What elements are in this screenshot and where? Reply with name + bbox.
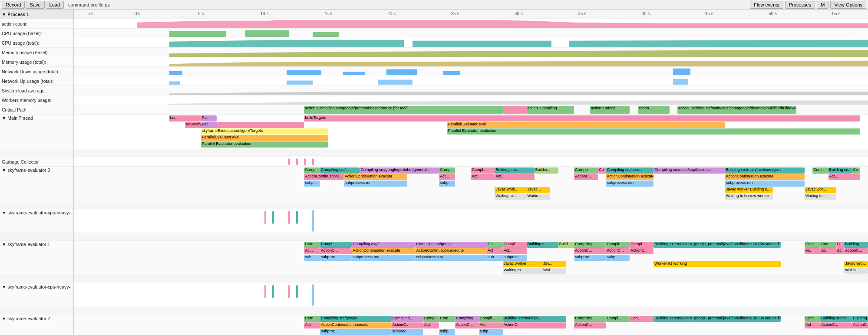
sf2-building3[interactable]: Building... bbox=[852, 316, 868, 322]
mt-par2[interactable]: Par bbox=[201, 122, 217, 128]
mt-parallel-eval2[interactable]: ParallelEvaluator.eval bbox=[201, 135, 328, 141]
processes-button[interactable]: Processes bbox=[785, 1, 815, 9]
mt-par[interactable]: Par bbox=[201, 115, 217, 122]
sf2-compiling3[interactable]: Compiling ... bbox=[455, 316, 479, 322]
sf0-wait2[interactable]: Waitin... bbox=[527, 194, 551, 200]
sf2-building-src2[interactable]: Building src/mi... bbox=[820, 316, 852, 322]
sf0-com2[interactable]: Com bbox=[812, 168, 828, 174]
sf1-act4[interactable]: ActionC... bbox=[574, 248, 606, 254]
sf1-act8[interactable]: Ac. bbox=[820, 248, 836, 254]
sf2-actd[interactable]: ActionC... bbox=[503, 322, 566, 328]
sf0-act4[interactable]: Act... bbox=[495, 174, 534, 180]
sf1-ac[interactable]: Ac... bbox=[304, 248, 320, 254]
sf2-act9[interactable]: ActionC... bbox=[852, 322, 868, 328]
sf1-compl[interactable]: Compl... bbox=[320, 242, 352, 248]
sf0-act6[interactable]: ActionContinuation.execute bbox=[606, 174, 653, 180]
sf1-c[interactable]: C. bbox=[836, 242, 844, 248]
sf0-comp1[interactable]: Comp... bbox=[439, 168, 455, 174]
sf0-act8[interactable]: Act... bbox=[828, 174, 860, 180]
sf0-compiling-google[interactable]: Compiling src/google/protobuf/general... bbox=[360, 168, 439, 174]
sf2-sub2[interactable]: subp... bbox=[479, 329, 503, 335]
sf1-actionc[interactable]: ActionC... bbox=[320, 248, 352, 254]
sf1-subproc2[interactable]: subproc... bbox=[503, 255, 527, 261]
sf1-javac1[interactable]: Javac worker... bbox=[503, 261, 542, 267]
sf0-javac3[interactable]: Javac worker Building s... bbox=[725, 187, 773, 193]
critical-path-pink[interactable] bbox=[503, 106, 527, 114]
sf0-sub5[interactable]: subprocess.run bbox=[725, 181, 805, 187]
sf0-javac2[interactable]: Javac... bbox=[527, 187, 551, 193]
critical-path-bar-4[interactable]: action... bbox=[638, 106, 670, 114]
mt-build-targets[interactable]: buildTargets bbox=[304, 115, 860, 122]
sf0-javac1[interactable]: Javac work... bbox=[495, 187, 526, 193]
view-options-button[interactable]: View Options bbox=[830, 1, 866, 9]
sf2-act5[interactable]: Act. bbox=[479, 322, 503, 328]
sf1-compiling-avg[interactable]: Compiling avg/... bbox=[352, 242, 415, 248]
sf0-co[interactable]: Co bbox=[598, 168, 606, 174]
m-button[interactable]: M bbox=[817, 1, 828, 9]
sf0-complin[interactable]: Complin... bbox=[574, 168, 598, 174]
sf1-act6[interactable]: ActionC... bbox=[630, 248, 653, 254]
sf0-wait1[interactable]: Waiting to... bbox=[495, 194, 526, 200]
sf2-compiling2[interactable]: Compiling... bbox=[392, 316, 423, 322]
sf1-compiling-google[interactable]: Compiling src/google... bbox=[415, 242, 487, 248]
sf2-act3[interactable]: Act. bbox=[423, 322, 439, 328]
sf1-subproc[interactable]: subproc... bbox=[320, 255, 352, 261]
sf1-act3[interactable]: Act... bbox=[503, 248, 527, 254]
sf0-sub3[interactable]: subp... bbox=[439, 181, 455, 187]
sf2-com3[interactable]: Com bbox=[805, 316, 821, 322]
sf2-sub1[interactable]: subproc... bbox=[320, 329, 392, 335]
sf1-wait3[interactable]: Waitin... bbox=[844, 268, 868, 274]
sf1-building2[interactable]: Building... bbox=[844, 242, 868, 248]
sf1-subproc3[interactable]: subproc... bbox=[574, 255, 606, 261]
critical-path-bar-1[interactable]: action 'Compiling src/google/protobuf/de… bbox=[304, 106, 502, 114]
sf1-co[interactable]: Co bbox=[487, 242, 503, 248]
sf2-building-ext[interactable]: Building external/com_google_protobuf/ja… bbox=[653, 316, 781, 322]
sf0-act-cont1[interactable]: ActionContinuationl... bbox=[304, 174, 343, 180]
sf0-compiling-src[interactable]: Compiling src/... bbox=[320, 168, 360, 174]
sf0-act-cont2[interactable]: ActionContinuation.execute bbox=[344, 174, 407, 180]
sf0-sub1[interactable]: subp... bbox=[304, 181, 320, 187]
sf2-act2[interactable]: ActionC... bbox=[392, 322, 423, 328]
sf0-buildin[interactable]: Buildin... bbox=[535, 168, 558, 174]
sf2-subproc[interactable]: subproc. bbox=[392, 329, 423, 335]
sf2-compl[interactable]: Compl... bbox=[606, 316, 630, 322]
sf0-act3[interactable]: Act... bbox=[471, 174, 495, 180]
sf0-compl1[interactable]: Compl... bbox=[304, 168, 320, 174]
sf1-building-s[interactable]: Building s... bbox=[527, 242, 558, 248]
sf0-act7[interactable]: ActionContinuation.execute bbox=[725, 174, 805, 180]
sf0-building-mainj[interactable]: Building src/main/java/com/go... bbox=[725, 168, 805, 174]
mt-launch[interactable]: Lau... bbox=[169, 115, 201, 122]
sf1-act10[interactable]: ActionC... bbox=[844, 248, 868, 254]
sf1-sub1[interactable]: sub bbox=[304, 255, 320, 261]
sf1-act7[interactable]: Ac. bbox=[805, 248, 821, 254]
sf1-actcont1[interactable]: ActionContinuation.execute bbox=[352, 248, 415, 254]
sf0-act5[interactable]: ActionC... bbox=[574, 174, 598, 180]
critical-path-bar-2[interactable]: action 'Compiling... bbox=[527, 106, 574, 114]
sf0-sub2[interactable]: subprocess.run bbox=[344, 181, 407, 187]
sf1-subprocrun2[interactable]: subprocess.run bbox=[415, 255, 487, 261]
sf2-subp[interactable]: subp... bbox=[439, 329, 455, 335]
sf0-building-src2[interactable]: Building src... bbox=[828, 168, 852, 174]
sf1-subprocrun[interactable]: subprocess.run bbox=[352, 255, 415, 261]
mt-parallel-eval-big[interactable]: Parallel Evaluator evaluation bbox=[447, 128, 860, 135]
sf1-javac3[interactable]: Javac wro... bbox=[844, 261, 868, 267]
sf2-con[interactable]: Con... bbox=[630, 316, 653, 322]
sf0-compl2[interactable]: Compl... bbox=[471, 168, 495, 174]
sf0-compiling-maincpp[interactable]: Compiling src/main/cpp/blaze.cc bbox=[653, 168, 725, 174]
sf1-wait1[interactable]: Waiting to... bbox=[503, 268, 542, 274]
sf0-sub4[interactable]: subprocess.run bbox=[606, 181, 653, 187]
mt-parallel-eval-eval[interactable]: Parallel Evaluator evaluation bbox=[201, 141, 328, 148]
sf1-worker1[interactable]: Worker #1 working bbox=[653, 261, 781, 267]
sf1-wait2[interactable]: Wai... bbox=[542, 268, 566, 274]
sf0-wait4[interactable]: Waiting to... bbox=[805, 194, 836, 200]
sf1-com2[interactable]: Com bbox=[805, 242, 821, 248]
sf2-compiling4[interactable]: Compiling... bbox=[574, 316, 606, 322]
sf1-complin2[interactable]: Compiling... bbox=[574, 242, 606, 248]
sf1-act5[interactable]: ActionC... bbox=[606, 248, 630, 254]
sf0-wait3[interactable]: Waiting to borrow worker bbox=[725, 194, 773, 200]
critical-path-bar-3[interactable]: action 'Compil... bbox=[590, 106, 630, 114]
sf2-act6[interactable]: ActionC... bbox=[574, 322, 606, 328]
sf1-act9[interactable]: Ac. bbox=[836, 248, 844, 254]
critical-path-bar-5[interactable]: action 'Building src/main/java/com/googl… bbox=[677, 106, 796, 114]
sf0-building-src[interactable]: Building src... bbox=[495, 168, 534, 174]
